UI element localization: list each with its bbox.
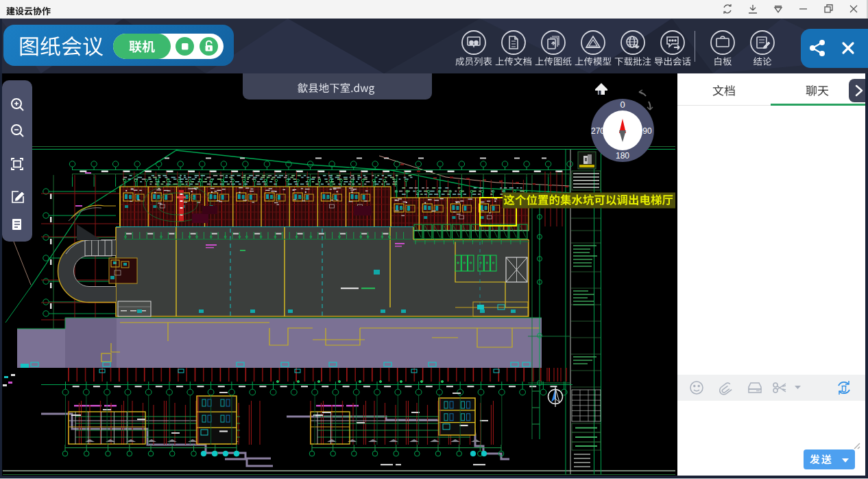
svg-text:270: 270 [591, 126, 605, 136]
svg-text:180: 180 [616, 151, 629, 161]
svg-text:90: 90 [642, 126, 652, 136]
svg-text:0: 0 [620, 100, 625, 110]
